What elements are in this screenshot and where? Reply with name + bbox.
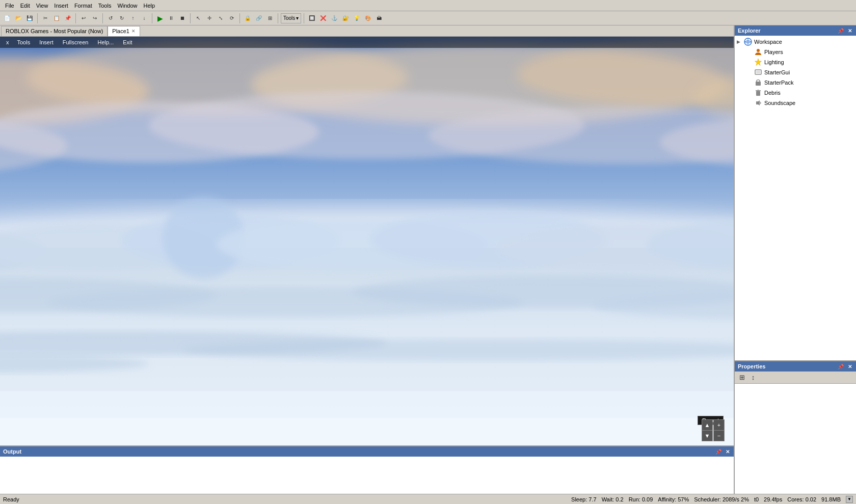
properties-grid-btn[interactable]: ⊞ [737,373,747,383]
tb-redo[interactable]: ↪ [90,13,100,23]
starterpack-icon [754,78,762,87]
status-memory: 91.8MB [821,496,841,502]
output-close-icon[interactable]: ✕ [725,449,731,455]
tb-paste[interactable]: 📌 [63,13,73,23]
explorer-item-soundscape[interactable]: Soundscape [735,98,856,108]
game-menu-bar: x Tools Insert Fullscreen Help... Exit [0,37,734,48]
tab-place1[interactable]: Place1 ✕ [108,26,140,36]
tb-tools-menu[interactable]: Tools ▾ [281,13,301,23]
svg-rect-36 [756,71,760,73]
center-area: ROBLOX Games - Most Popular (Now) Place1… [0,25,734,504]
menu-file[interactable]: File [2,2,17,10]
explorer-item-startergui[interactable]: StarterGui [735,67,856,77]
tb-sep-2 [75,13,76,23]
tb-sep-6 [239,13,240,23]
tb-play[interactable]: ▶ [155,13,165,23]
menu-insert[interactable]: Insert [51,2,71,10]
tb-move[interactable]: ✛ [204,13,215,23]
properties-toolbar: ⊞ ↕ [735,372,856,384]
tb-scale[interactable]: ⤡ [216,13,226,23]
tb-terrain[interactable]: 🏔 [374,13,384,23]
workspace-label: Workspace [754,39,782,45]
game-menu-close[interactable]: x [3,38,12,46]
status-bar-right: Sleep: 7.7 Wait: 0.2 Run: 0.09 Affinity:… [571,496,853,503]
tb-sep-7 [278,13,278,23]
explorer-item-debris[interactable]: Debris [735,88,856,98]
tab-bar: ROBLOX Games - Most Popular (Now) Place1… [0,25,734,37]
tb-snap[interactable]: 🔲 [307,13,317,23]
svg-rect-29 [0,418,734,445]
tb-grid[interactable]: ⊞ [265,13,275,23]
tb-new[interactable]: 📄 [2,13,12,23]
svg-rect-38 [756,91,760,96]
tb-save[interactable]: 💾 [24,13,35,23]
properties-sort-btn[interactable]: ↕ [748,373,758,383]
status-wait: Wait: 0.2 [602,496,624,502]
tb-collide[interactable]: 🔒 [243,13,253,23]
tb-select[interactable]: ↖ [193,13,203,23]
nav-minus[interactable]: − [713,430,725,441]
menu-window[interactable]: Window [114,2,140,10]
tb-join[interactable]: 🔗 [254,13,264,23]
output-header: Output 📌 ✕ [0,446,734,457]
game-menu-insert[interactable]: Insert [35,38,58,46]
output-header-icons: 📌 ✕ [714,449,731,455]
game-menu-fullscreen[interactable]: Fullscreen [59,38,93,46]
tb-rot-right[interactable]: ↻ [117,13,127,23]
game-menu-help[interactable]: Help... [93,38,118,46]
players-icon [754,48,762,56]
status-fps: 29.4fps [764,496,782,502]
tb-delete[interactable]: ❌ [318,13,328,23]
properties-header-icons: 📌 ✕ [837,364,853,369]
tb-copy[interactable]: 📋 [51,13,62,23]
menu-edit[interactable]: Edit [17,2,33,10]
explorer-item-workspace[interactable]: ▶ Workspace [735,37,856,47]
tb-sep-5 [190,13,191,23]
tb-rot-left[interactable]: ↺ [105,13,116,23]
explorer-header: Explorer 📌 ✕ [735,25,856,36]
output-pin-icon[interactable]: 📌 [714,449,723,455]
menu-format[interactable]: Format [71,2,95,10]
lighting-label: Lighting [764,59,784,65]
explorer-item-starterpack[interactable]: StarterPack [735,77,856,88]
tb-light[interactable]: 💡 [352,13,362,23]
status-scheduler: Scheduler: 2089/s 2% [694,496,749,502]
tb-open[interactable]: 📂 [13,13,23,23]
tb-tilt-down[interactable]: ↓ [139,13,149,23]
status-scrollbar[interactable]: ▼ [846,496,853,503]
nav-plus[interactable]: + [713,419,725,431]
menu-view[interactable]: View [33,2,51,10]
tb-tools-label: Tools [283,15,295,21]
svg-point-33 [757,49,760,52]
nav-up[interactable]: ▲ [702,419,713,431]
workspace-expand-arrow: ▶ [737,39,742,44]
tb-undo[interactable]: ↩ [78,13,89,23]
status-run: Run: 0.09 [629,496,653,502]
tb-stop[interactable]: ⏹ [177,13,188,23]
tb-rotate[interactable]: ⟳ [227,13,237,23]
tb-cut[interactable]: ✂ [40,13,50,23]
status-affinity: Affinity: 57% [658,496,689,502]
explorer-close-icon[interactable]: ✕ [847,28,853,34]
menu-tools[interactable]: Tools [95,2,115,10]
game-menu-exit[interactable]: Exit [119,38,136,46]
properties-close-icon[interactable]: ✕ [847,364,853,369]
tab-place1-close[interactable]: ✕ [131,29,136,34]
tb-anchor[interactable]: ⚓ [329,13,339,23]
tb-lock[interactable]: 🔐 [340,13,351,23]
tb-color[interactable]: 🎨 [363,13,373,23]
game-menu-tools[interactable]: Tools [13,38,35,46]
properties-pin-icon[interactable]: 📌 [837,364,845,369]
status-t0: t0 [754,496,759,502]
nav-down[interactable]: ▼ [702,430,713,441]
tab-roblox-games[interactable]: ROBLOX Games - Most Popular (Now) [1,26,108,36]
tb-tilt-up[interactable]: ↑ [128,13,138,23]
lighting-icon [754,58,762,66]
startergui-icon [754,68,762,76]
tb-pause[interactable]: ⏸ [166,13,176,23]
menu-help[interactable]: Help [141,2,158,10]
explorer-item-players[interactable]: Players [735,47,856,57]
svg-marker-41 [756,100,760,105]
explorer-item-lighting[interactable]: Lighting [735,57,856,67]
explorer-pin-icon[interactable]: 📌 [837,28,845,34]
